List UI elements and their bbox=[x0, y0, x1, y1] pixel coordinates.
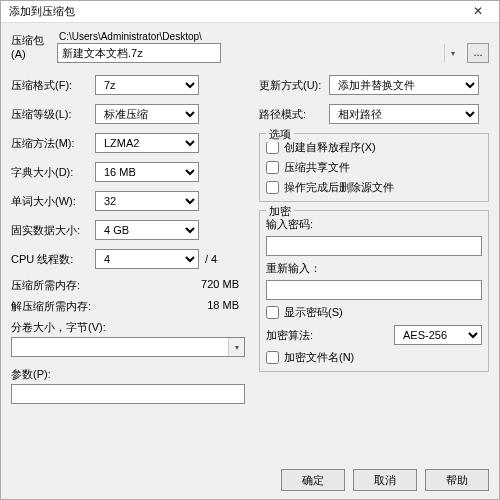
encrypt-names-label: 加密文件名(N) bbox=[284, 350, 354, 365]
solid-label: 固实数据大小: bbox=[11, 223, 95, 238]
shared-label: 压缩共享文件 bbox=[284, 160, 350, 175]
show-password-checkbox[interactable] bbox=[266, 306, 279, 319]
options-legend: 选项 bbox=[266, 127, 294, 142]
level-select[interactable]: 标准压缩 bbox=[95, 104, 199, 124]
right-column: 更新方式(U): 添加并替换文件 路径模式: 相对路径 选项 创建自释放程序(X… bbox=[259, 75, 489, 457]
split-combo[interactable]: ▾ bbox=[11, 337, 245, 357]
sfx-checkbox[interactable] bbox=[266, 141, 279, 154]
dict-select[interactable]: 16 MB bbox=[95, 162, 199, 182]
level-label: 压缩等级(L): bbox=[11, 107, 95, 122]
password-input[interactable] bbox=[266, 236, 482, 256]
sfx-label: 创建自释放程序(X) bbox=[284, 140, 376, 155]
method-label: 压缩方法(M): bbox=[11, 136, 95, 151]
content-area: 压缩包(A) C:\Users\Administrator\Desktop\ ▾… bbox=[1, 23, 499, 463]
window-title: 添加到压缩包 bbox=[9, 4, 75, 19]
cpu-total: / 4 bbox=[205, 253, 217, 265]
archive-label: 压缩包(A) bbox=[11, 31, 57, 60]
solid-select[interactable]: 4 GB bbox=[95, 220, 199, 240]
browse-button[interactable]: ... bbox=[467, 43, 489, 63]
pathmode-label: 路径模式: bbox=[259, 107, 329, 122]
method-select[interactable]: LZMA2 bbox=[95, 133, 199, 153]
word-select[interactable]: 32 bbox=[95, 191, 199, 211]
format-select[interactable]: 7z bbox=[95, 75, 199, 95]
format-label: 压缩格式(F): bbox=[11, 78, 95, 93]
cancel-button[interactable]: 取消 bbox=[353, 469, 417, 491]
options-group: 选项 创建自释放程序(X) 压缩共享文件 操作完成后删除源文件 bbox=[259, 133, 489, 202]
word-label: 单词大小(W): bbox=[11, 194, 95, 209]
delete-after-label: 操作完成后删除源文件 bbox=[284, 180, 394, 195]
enc-algo-label: 加密算法: bbox=[266, 328, 313, 343]
enc-algo-select[interactable]: AES-256 bbox=[394, 325, 482, 345]
archive-filename-combo[interactable]: ▾ bbox=[57, 43, 461, 63]
pathmode-select[interactable]: 相对路径 bbox=[329, 104, 479, 124]
help-button[interactable]: 帮助 bbox=[425, 469, 489, 491]
split-input[interactable] bbox=[11, 337, 245, 357]
archive-filename-input[interactable] bbox=[57, 43, 221, 63]
left-column: 压缩格式(F): 7z 压缩等级(L): 标准压缩 压缩方法(M): LZMA2… bbox=[11, 75, 245, 457]
mem-compress-label: 压缩所需内存: bbox=[11, 278, 80, 293]
titlebar: 添加到压缩包 ✕ bbox=[1, 1, 499, 23]
close-icon[interactable]: ✕ bbox=[463, 3, 493, 21]
dialog-window: 添加到压缩包 ✕ 压缩包(A) C:\Users\Administrator\D… bbox=[0, 0, 500, 500]
password2-input[interactable] bbox=[266, 280, 482, 300]
cpu-label: CPU 线程数: bbox=[11, 252, 95, 267]
split-label: 分卷大小，字节(V): bbox=[11, 320, 245, 335]
encrypt-names-checkbox[interactable] bbox=[266, 351, 279, 364]
cpu-select[interactable]: 4 bbox=[95, 249, 199, 269]
update-select[interactable]: 添加并替换文件 bbox=[329, 75, 479, 95]
password-label: 输入密码: bbox=[266, 217, 482, 232]
update-label: 更新方式(U): bbox=[259, 78, 329, 93]
dict-label: 字典大小(D): bbox=[11, 165, 95, 180]
mem-decompress-label: 解压缩所需内存: bbox=[11, 299, 91, 314]
encryption-legend: 加密 bbox=[266, 204, 294, 219]
chevron-down-icon[interactable]: ▾ bbox=[444, 44, 460, 62]
show-password-label: 显示密码(S) bbox=[284, 305, 343, 320]
archive-path-prefix: C:\Users\Administrator\Desktop\ bbox=[57, 31, 489, 42]
ok-button[interactable]: 确定 bbox=[281, 469, 345, 491]
params-input[interactable] bbox=[11, 384, 245, 404]
footer: 确定 取消 帮助 bbox=[1, 463, 499, 499]
shared-checkbox[interactable] bbox=[266, 161, 279, 174]
archive-row: 压缩包(A) C:\Users\Administrator\Desktop\ ▾… bbox=[11, 31, 489, 63]
encryption-group: 加密 输入密码: 重新输入： 显示密码(S) 加密算法: AES-256 bbox=[259, 210, 489, 372]
password2-label: 重新输入： bbox=[266, 261, 482, 276]
mem-compress-value: 720 MB bbox=[201, 278, 239, 293]
params-label: 参数(P): bbox=[11, 367, 245, 382]
mem-decompress-value: 18 MB bbox=[207, 299, 239, 314]
chevron-down-icon[interactable]: ▾ bbox=[228, 338, 244, 356]
delete-after-checkbox[interactable] bbox=[266, 181, 279, 194]
